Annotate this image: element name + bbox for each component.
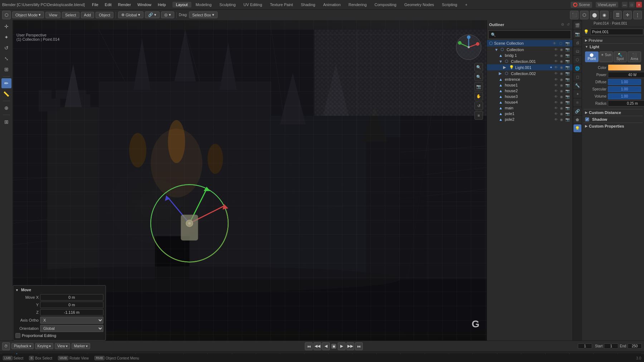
mode-selector[interactable]: Object Mode ▾ [12,11,44,18]
light-type-area[interactable]: ⬛ Area [628,51,641,62]
start-frame-input[interactable] [604,343,618,349]
tab-rendering[interactable]: Rendering [345,2,370,8]
diffuse-value[interactable]: 1.00 [608,79,641,85]
radius-input[interactable] [608,100,644,106]
entrence-eye[interactable]: 👁 [553,78,558,81]
tab-layout[interactable]: Layout [172,2,191,8]
end-frame-input[interactable] [628,343,642,349]
zoom-out-btn[interactable]: 🔍 [474,73,483,81]
outliner-collection002[interactable]: ▶ ⬡ Collection.002 👁 ◉ 📷 [487,70,572,76]
props-tab-particles[interactable]: ✦ [574,90,581,98]
outliner-pole2[interactable]: ▲ pole2 👁 ◉ 📷 [487,116,572,122]
pole2-restrict[interactable]: ◉ [559,118,564,122]
props-tab-output[interactable]: 🖨 [574,39,581,46]
close-btn[interactable]: ✕ [636,2,642,8]
view-layer-selector[interactable]: ViewLayer [596,2,618,8]
pole1-eye[interactable]: 👁 [553,112,558,116]
scene-collection-item[interactable]: ⬡ Scene Collection 👁 ⬡ 📷 [487,40,572,46]
light001-eye[interactable]: 👁 [553,65,558,69]
proportional-btn[interactable]: ◎ ▾ [161,11,174,18]
pole2-eye[interactable]: 👁 [553,118,558,122]
pole2-cam[interactable]: 📷 [565,118,570,122]
bridg1-eye[interactable]: 👁 [553,54,558,58]
axis-ortho-select[interactable]: X Y Z [40,317,103,324]
menu-window[interactable]: Window [135,2,154,8]
tab-animation[interactable]: Animation [319,2,344,8]
props-tab-scene[interactable]: 🎬 [574,21,581,29]
light-type-spot[interactable]: 🔦 Spot [614,51,627,62]
viewport-shading-wire[interactable]: ⬡ [580,11,589,19]
outliner-house4[interactable]: ▲ house4 👁 ◉ 📷 [487,99,572,105]
move-z-input[interactable] [40,309,103,316]
playback-menu[interactable]: Playback ▾ [11,343,34,349]
outliner-search-input[interactable] [488,30,571,39]
view-menu[interactable]: View ▾ [55,343,70,349]
outliner-pole1[interactable]: ▲ pole1 👁 ◉ 📷 [487,111,572,116]
keying-menu[interactable]: Keying ▾ [35,343,54,349]
move-y-input[interactable] [40,302,103,308]
custom-distance-header[interactable]: ▶ Custom Distance [584,109,643,116]
bridg1-restrict[interactable]: ◉ [559,54,564,58]
light-type-sun[interactable]: ☀ Sun [599,51,613,62]
outliner-light001[interactable]: ▶ 💡 Light.001 ✦ 👁 ◉ 📷 [487,64,572,70]
move-x-input[interactable] [40,294,103,301]
props-tab-object[interactable]: ◻ [574,73,581,81]
scene-collection-restrict[interactable]: ⬡ [558,41,563,45]
current-frame-input[interactable] [578,343,592,349]
props-tab-constraints[interactable]: 🔗 [574,107,581,115]
props-tab-scene2[interactable]: ⬡ [574,56,581,64]
outliner-collection001[interactable]: ▼ ⬡ Collection.001 👁 ◉ 📷 [487,58,572,64]
main-eye[interactable]: 👁 [553,106,558,110]
viewport-shading-solid[interactable]: ⬛ [570,11,579,19]
house1-restrict[interactable]: ◉ [559,83,564,87]
light-section-header[interactable]: ▼ Light [584,43,643,50]
power-input[interactable] [608,72,644,78]
outliner-refresh-btn[interactable]: ↺ [566,23,570,26]
specular-value[interactable]: 1.00 [608,86,641,92]
viewport-shading-material[interactable]: ⬤ [590,11,599,19]
outliner-collection-root[interactable]: ▼ ⬡ Collection 👁 ◉ 📷 [487,46,572,53]
coll001-restrict[interactable]: ◉ [559,59,564,63]
orientation-selector[interactable]: ⊕ Global ▾ [118,11,143,18]
object-btn[interactable]: Object [96,12,113,18]
tool-move[interactable]: ✦ [1,32,11,42]
entrence-restrict[interactable]: ◉ [559,78,564,81]
light001-restrict[interactable]: ◉ [559,65,564,69]
main-restrict[interactable]: ◉ [559,106,564,110]
outliner-house2[interactable]: ▲ house2 👁 ◉ 📷 [487,88,572,94]
house2-cam[interactable]: 📷 [565,89,570,93]
next-keyframe-btn[interactable]: ▶▶ [346,342,354,350]
move-collapse-arrow[interactable]: ▼ [15,288,19,292]
light001-cam[interactable]: 📷 [565,65,570,69]
tab-sculpting[interactable]: Sculpting [216,2,239,8]
tab-add[interactable]: + [462,2,471,8]
coll-root-eye[interactable]: 👁 [553,48,558,51]
pole1-cam[interactable]: 📷 [565,112,570,116]
outliner-house1[interactable]: ▲ house1 👁 ◉ 📷 [487,82,572,88]
tool-transform[interactable]: ⊞ [1,64,11,74]
tab-modeling[interactable]: Modeling [192,2,215,8]
pole1-restrict[interactable]: ◉ [559,112,564,116]
obj-name-input[interactable] [590,29,643,35]
tool-add[interactable]: ⊕ [1,103,11,113]
custom-props-header[interactable]: ▶ Custom Properties [584,123,643,129]
outliner-entrence[interactable]: ▲ entrence 👁 ◉ 📷 [487,76,572,82]
stop-btn[interactable]: ■ [331,344,336,349]
tool-annotate[interactable]: ✏ [1,78,11,88]
props-tab-view-layer[interactable]: 🗂 [574,47,581,55]
props-tab-physics[interactable]: ⚛ [574,99,581,106]
outliner-bridg1[interactable]: ▲ bridg 1 👁 ◉ 📷 [487,53,572,58]
house1-cam[interactable]: 📷 [565,83,570,87]
bridg1-cam[interactable]: 📷 [565,54,570,58]
props-tab-material[interactable]: 💡 [574,124,581,132]
tab-uv-editing[interactable]: UV Editing [240,2,266,8]
house4-eye[interactable]: 👁 [553,100,558,104]
marker-menu[interactable]: Marker ▾ [72,343,90,349]
coll002-cam[interactable]: 📷 [565,71,570,75]
drag-selector[interactable]: Select Box ▾ [189,11,218,18]
shadow-section-header[interactable]: ✓ Shadow [584,116,643,123]
tab-scripting[interactable]: Scripting [438,2,461,8]
tab-shading[interactable]: Shading [297,2,319,8]
menu-file[interactable]: File [89,2,101,8]
coll-root-restrict[interactable]: ◉ [559,48,564,51]
